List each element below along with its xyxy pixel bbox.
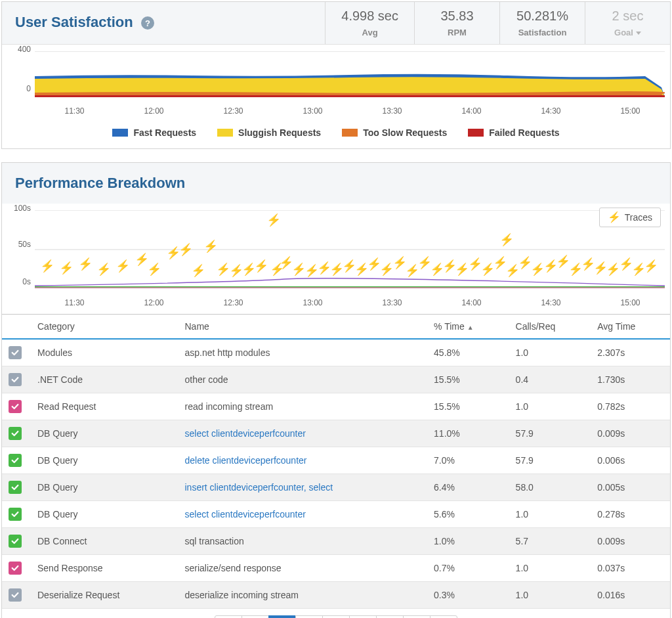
traces-button[interactable]: ⚡ Traces	[599, 208, 661, 227]
col-category[interactable]: Category	[31, 315, 178, 340]
metric-rpm: 35.83RPM	[414, 2, 499, 44]
xtick: 14:00	[432, 106, 511, 116]
xtick: 13:00	[273, 298, 352, 307]
col-pct-time[interactable]: % Time▲	[427, 315, 509, 340]
cell-pct: 7.0%	[427, 447, 509, 474]
legend-label: Sluggish Requests	[238, 127, 321, 138]
table-row[interactable]: DB Querydelete clientdeviceperfcounter7.…	[2, 447, 670, 474]
legend-item[interactable]: Too Slow Requests	[342, 127, 447, 138]
help-icon[interactable]: ?	[141, 16, 154, 30]
legend-item[interactable]: Fast Requests	[112, 127, 196, 138]
table-row[interactable]: DB Connectsql transaction1.0%5.70.009s	[2, 528, 670, 555]
cell-name: select clientdeviceperfcounter	[178, 501, 427, 528]
page-prev[interactable]: «	[242, 615, 269, 618]
user-satisfaction-panel: User Satisfaction ? 4.998 secAvg35.83RPM…	[1, 1, 671, 149]
table-row[interactable]: Read Requestread incoming stream15.5%1.0…	[2, 393, 670, 420]
xtick: 15:00	[591, 106, 670, 116]
cell-pct: 0.7%	[427, 555, 509, 582]
satisfaction-title-text: User Satisfaction	[15, 14, 133, 30]
satisfaction-title: User Satisfaction ?	[15, 14, 312, 31]
cell-category: Modules	[31, 339, 178, 366]
table-row[interactable]: DB Queryselect clientdeviceperfcounter5.…	[2, 501, 670, 528]
cell-calls: 1.0	[509, 501, 591, 528]
legend-swatch	[217, 129, 233, 137]
xtick: 14:30	[511, 106, 591, 116]
breakdown-table: Category Name % Time▲ Calls/Req Avg Time…	[2, 314, 670, 609]
row-check-icon[interactable]	[9, 373, 22, 386]
satisfaction-area-chart	[35, 51, 665, 97]
page-4[interactable]: 4	[349, 615, 377, 618]
query-link[interactable]: select clientdeviceperfcounter	[184, 509, 305, 519]
cell-name: insert clientdeviceperfcounter, select	[178, 474, 427, 501]
ytick: 50s	[9, 240, 31, 249]
cell-category: DB Query	[31, 501, 178, 528]
page-last[interactable]: »|	[430, 615, 457, 618]
query-link[interactable]: select clientdeviceperfcounter	[184, 428, 305, 439]
query-link[interactable]: insert clientdeviceperfcounter, select	[184, 482, 333, 493]
cell-name: asp.net http modules	[178, 339, 427, 366]
cell-avg: 0.009s	[591, 420, 670, 447]
legend-label: Too Slow Requests	[363, 127, 447, 138]
cell-pct: 0.3%	[427, 582, 509, 609]
col-avg-time[interactable]: Avg Time	[591, 315, 670, 340]
table-row[interactable]: Modulesasp.net http modules45.8%1.02.307…	[2, 339, 670, 366]
cell-pct: 45.8%	[427, 339, 509, 366]
cell-category: DB Query	[31, 420, 178, 447]
metric-avg: 4.998 secAvg	[325, 2, 414, 44]
cell-pct: 1.0%	[427, 528, 509, 555]
row-check-icon[interactable]	[9, 535, 22, 548]
metric-value: 35.83	[430, 9, 484, 24]
table-row[interactable]: Send Responseserialize/send response0.7%…	[2, 555, 670, 582]
cell-pct: 6.4%	[427, 474, 509, 501]
legend-swatch	[112, 129, 128, 137]
cell-avg: 0.037s	[591, 555, 670, 582]
legend-swatch	[468, 129, 484, 137]
col-calls-req[interactable]: Calls/Req	[509, 315, 591, 340]
pagination: |««12345»»| 1 - 10 of 46 items	[2, 609, 670, 618]
metric-satisfaction: 50.281%Satisfaction	[499, 2, 585, 44]
metric-value: 2 sec	[601, 9, 654, 24]
cell-pct: 11.0%	[427, 420, 509, 447]
page-first[interactable]: |«	[215, 615, 242, 618]
row-check-icon[interactable]	[9, 454, 22, 467]
xtick: 12:00	[114, 298, 194, 307]
metric-goal[interactable]: 2 secGoal	[585, 2, 670, 44]
row-check-icon[interactable]	[9, 400, 22, 413]
query-link[interactable]: delete clientdeviceperfcounter	[184, 455, 306, 466]
page-5[interactable]: 5	[376, 615, 404, 618]
xtick: 13:00	[273, 106, 352, 116]
legend-item[interactable]: Failed Requests	[468, 127, 559, 138]
page-2[interactable]: 2	[295, 615, 323, 618]
performance-breakdown-panel: Performance Breakdown ⚡ Traces 100s 50s …	[1, 162, 671, 618]
traces-label: Traces	[625, 212, 652, 223]
breakdown-scatter-chart	[35, 210, 665, 289]
cell-avg: 0.782s	[591, 393, 670, 420]
table-row[interactable]: Deserialize Requestdeserialize incoming …	[2, 582, 670, 609]
page-1[interactable]: 1	[268, 615, 296, 618]
row-check-icon[interactable]	[9, 427, 22, 440]
col-name[interactable]: Name	[178, 315, 427, 340]
cell-name: deserialize incoming stream	[178, 582, 427, 609]
legend-item[interactable]: Sluggish Requests	[217, 127, 321, 138]
cell-calls: 58.0	[509, 474, 591, 501]
table-row[interactable]: DB Queryselect clientdeviceperfcounter11…	[2, 420, 670, 447]
row-check-icon[interactable]	[9, 562, 22, 575]
breakdown-chart: ⚡ Traces 100s 50s 0s ⚡⚡⚡⚡⚡⚡⚡⚡⚡⚡⚡⚡⚡⚡⚡⚡⚡⚡⚡…	[2, 204, 670, 296]
cell-category: Send Response	[31, 555, 178, 582]
cell-calls: 1.0	[509, 555, 591, 582]
legend-label: Fast Requests	[133, 127, 196, 138]
table-row[interactable]: DB Queryinsert clientdeviceperfcounter, …	[2, 474, 670, 501]
table-row[interactable]: .NET Codeother code15.5%0.41.730s	[2, 366, 670, 393]
row-check-icon[interactable]	[9, 481, 22, 494]
xtick: 15:00	[591, 298, 670, 307]
row-check-icon[interactable]	[9, 346, 22, 359]
page-3[interactable]: 3	[322, 615, 350, 618]
cell-category: DB Query	[31, 447, 178, 474]
row-check-icon[interactable]	[9, 588, 22, 602]
metric-label: Goal	[601, 28, 654, 37]
cell-category: .NET Code	[31, 366, 178, 393]
metric-value: 4.998 sec	[341, 9, 398, 24]
row-check-icon[interactable]	[9, 508, 22, 521]
breakdown-title: Performance Breakdown	[15, 175, 657, 192]
page-next[interactable]: »	[403, 615, 430, 618]
